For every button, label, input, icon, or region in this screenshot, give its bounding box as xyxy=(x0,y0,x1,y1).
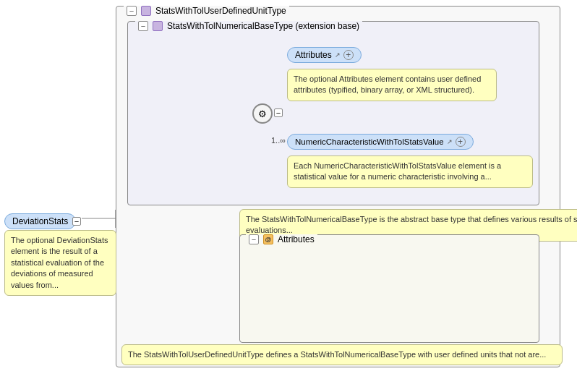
bottom-description-text: The StatsWithTolUserDefinedUnitType defi… xyxy=(128,350,546,359)
link-arrow-icon: ↗ xyxy=(335,51,341,59)
inner-base-box: − StatsWithTolNumericalBaseType (extensi… xyxy=(127,21,539,205)
numeric-tooltip-text: Each NumericCharacteristicWithTolStatsVa… xyxy=(294,161,501,181)
deviation-stats-chip[interactable]: DeviationStats xyxy=(4,213,76,229)
minus-node[interactable]: − xyxy=(274,108,283,117)
main-collapse-button[interactable]: − xyxy=(127,6,137,16)
inner-type-icon xyxy=(153,21,163,31)
inner-type-label: StatsWithTolNumericalBaseType (extension… xyxy=(167,21,359,31)
attributes-chip[interactable]: Attributes ↗ + xyxy=(287,47,362,63)
bottom-description: The StatsWithTolUserDefinedUnitType defi… xyxy=(121,344,563,365)
numeric-label: NumericCharacteristicWithTolStatsValue xyxy=(295,137,444,146)
numeric-expand-button[interactable]: + xyxy=(456,137,466,147)
multiplicity-label: 1..∞ xyxy=(271,136,286,145)
numeric-link-arrow-icon: ↗ xyxy=(447,138,453,145)
deviation-label: DeviationStats xyxy=(12,216,68,226)
main-type-label: StatsWithTolUserDefinedUnitType xyxy=(155,6,286,16)
deviation-tooltip: The optional DeviationStats element is t… xyxy=(4,230,116,296)
numeric-tooltip: Each NumericCharacteristicWithTolStatsVa… xyxy=(287,155,533,188)
attributes-expand-button[interactable]: + xyxy=(343,50,354,60)
inner-collapse-button[interactable]: − xyxy=(138,21,148,31)
gear-node: ⚙ xyxy=(252,103,273,124)
diagram-container: − StatsWithTolUserDefinedUnitType − Stat… xyxy=(0,0,577,392)
deviation-tooltip-text: The optional DeviationStats element is t… xyxy=(11,236,108,289)
attr-type-icon: @ xyxy=(263,234,273,244)
deviation-minus-button[interactable]: − xyxy=(72,217,81,226)
numeric-chip[interactable]: NumericCharacteristicWithTolStatsValue ↗… xyxy=(287,134,474,150)
main-outer-header: − StatsWithTolUserDefinedUnitType xyxy=(124,6,289,16)
description-text: The StatsWithTolNumericalBaseType is the… xyxy=(246,215,577,234)
main-type-icon xyxy=(141,6,151,16)
attr-inner-collapse-button[interactable]: − xyxy=(249,234,259,244)
attr-inner-label: Attributes xyxy=(278,234,315,244)
gear-icon: ⚙ xyxy=(258,108,267,119)
attributes-label: Attributes xyxy=(295,50,332,60)
attributes-inner-header: − @ Attributes xyxy=(246,234,317,244)
inner-box-header: − StatsWithTolNumericalBaseType (extensi… xyxy=(135,21,362,31)
attributes-tooltip: The optional Attributes element contains… xyxy=(287,69,497,101)
attributes-tooltip-text: The optional Attributes element contains… xyxy=(294,74,481,94)
attributes-inner-box: − @ Attributes @ unitName + The required… xyxy=(239,234,539,343)
main-outer-box: − StatsWithTolUserDefinedUnitType − Stat… xyxy=(116,6,560,367)
